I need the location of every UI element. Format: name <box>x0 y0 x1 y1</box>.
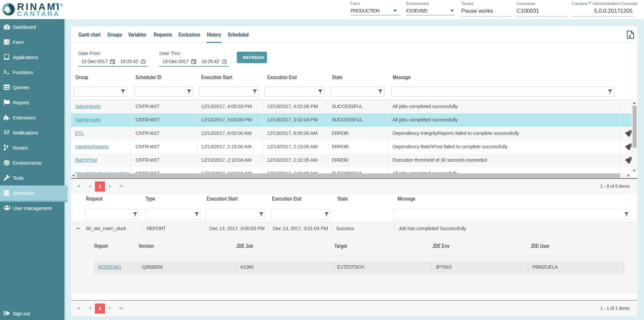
svg-text:x: x <box>629 33 631 39</box>
